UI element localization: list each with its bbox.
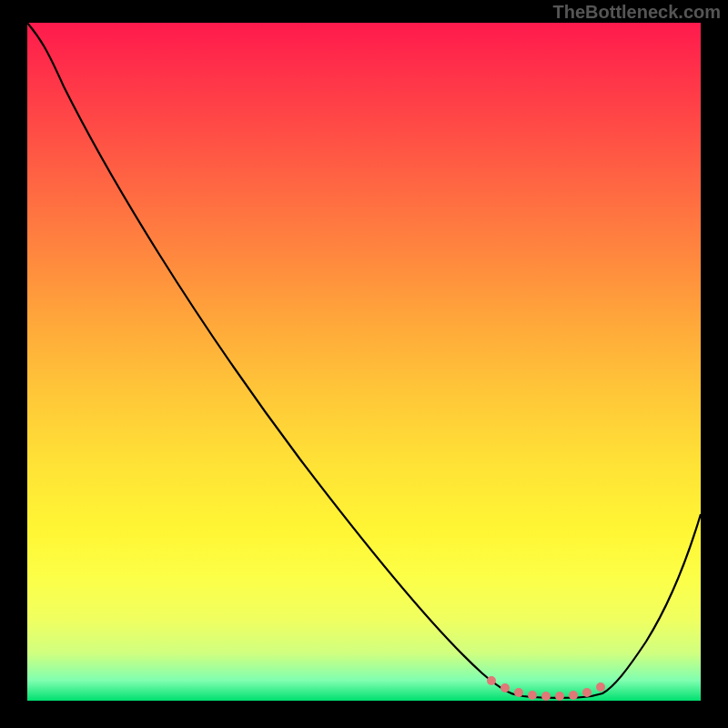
marker-dot bbox=[528, 691, 537, 700]
watermark-text: TheBottleneck.com bbox=[553, 2, 721, 23]
marker-dot bbox=[569, 691, 578, 700]
marker-dot bbox=[541, 692, 551, 701]
marker-dot bbox=[596, 682, 605, 692]
bottleneck-curve-path bbox=[27, 23, 701, 698]
marker-dot bbox=[487, 676, 496, 685]
bottom-marker-group bbox=[487, 676, 605, 701]
marker-dot bbox=[500, 683, 510, 693]
marker-dot bbox=[514, 688, 523, 697]
marker-dot bbox=[582, 688, 592, 697]
curve-layer bbox=[27, 23, 701, 701]
plot-area bbox=[27, 23, 701, 701]
marker-dot bbox=[555, 692, 564, 701]
